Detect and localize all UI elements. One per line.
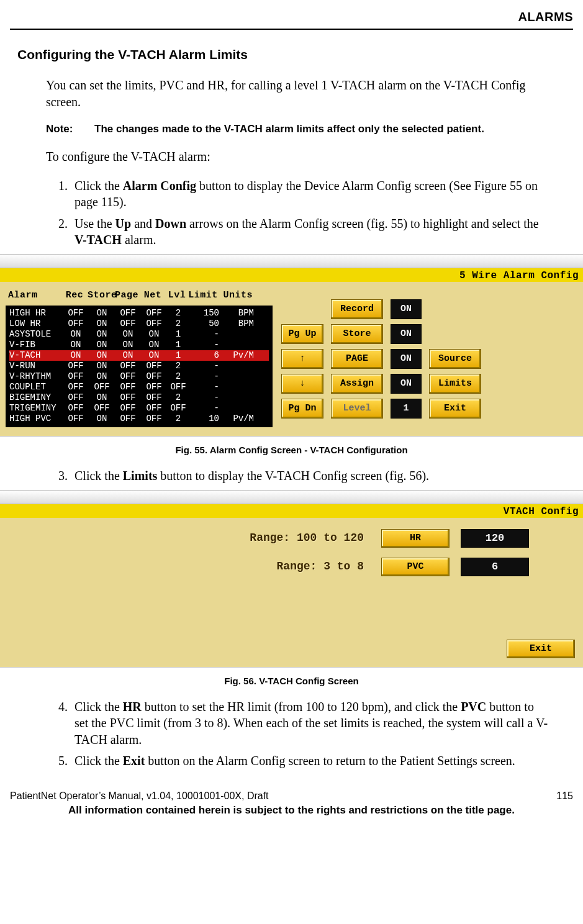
term-hr: HR: [123, 700, 142, 713]
pvc-button[interactable]: PVC: [381, 558, 450, 576]
step-text: button to set the HR limit (from 100 to …: [142, 700, 461, 713]
table-row[interactable]: BIGEMINYOFFONOFFOFF2-: [9, 392, 269, 403]
table-row[interactable]: COUPLETOFFOFFOFFOFFOFF-: [9, 382, 269, 392]
table-row[interactable]: HIGH PVCOFFONOFFOFF210Pv/M: [9, 414, 269, 424]
exit-button[interactable]: Exit: [507, 640, 575, 658]
col-net: Net: [140, 289, 166, 302]
col-units: Units: [222, 289, 253, 302]
step-5: Click the Exit button on the Alarm Confi…: [71, 753, 548, 769]
footer-notice: All information contained herein is subj…: [10, 804, 573, 817]
up-button[interactable]: ↑: [281, 349, 323, 369]
col-rec: Rec: [61, 289, 88, 302]
col-lvl: Lvl: [166, 289, 188, 302]
col-store: Store: [88, 289, 114, 302]
step-text: Click the: [75, 469, 123, 482]
step-text: alarm.: [122, 233, 156, 247]
fig56-caption: Fig. 56. V-TACH Config Screen: [10, 675, 573, 687]
note-text: The changes made to the V-TACH alarm lim…: [94, 122, 484, 136]
step-text: button on the Alarm Config screen to ret…: [145, 754, 515, 768]
table-row[interactable]: ASYSTOLEONONONON1-: [9, 329, 269, 340]
intro-paragraph: You can set the limits, PVC and HR, for …: [46, 77, 548, 110]
term-pvc: PVC: [461, 700, 486, 713]
note-label: Note:: [46, 122, 81, 136]
config-row: Range: 100 to 120HR120: [8, 529, 575, 548]
store-button[interactable]: Store: [331, 324, 383, 344]
limits-button[interactable]: Limits: [429, 374, 481, 394]
step-text: Click the: [75, 179, 123, 192]
hr-button[interactable]: HR: [381, 529, 450, 548]
step-4: Click the HR button to set the HR limit …: [71, 699, 548, 748]
footer-page-number: 115: [556, 789, 573, 802]
window-titlebar: [0, 491, 583, 504]
table-row[interactable]: LOW HROFFONOFFOFF250BPM: [9, 319, 269, 329]
down-button[interactable]: ↓: [281, 374, 323, 394]
level-value: 1: [391, 399, 422, 419]
alarm-table[interactable]: HIGH HROFFONOFFOFF2150BPMLOW HROFFONOFFO…: [6, 306, 273, 427]
step-text: and: [131, 217, 155, 230]
range-label: Range: 100 to 120: [233, 531, 364, 546]
header-rule: [10, 29, 573, 30]
col-alarm: Alarm: [8, 289, 61, 302]
fig55-panel: 5 Wire Alarm Config Alarm Rec Store Page…: [0, 254, 583, 437]
pvc-value: 6: [461, 558, 529, 576]
steps-list-c: Click the HR button to set the HR limit …: [46, 699, 548, 769]
fig55-caption: Fig. 55. Alarm Config Screen - V-TACH Co…: [10, 444, 573, 456]
store-value: ON: [391, 324, 422, 344]
page-value: ON: [391, 349, 422, 369]
step-text: Click the: [75, 754, 123, 768]
steps-list-b: Click the Limits button to display the V…: [46, 468, 548, 484]
table-row[interactable]: V-RUNOFFONOFFOFF2-: [9, 361, 269, 371]
note-block: Note: The changes made to the V-TACH ala…: [46, 122, 548, 136]
range-label: Range: 3 to 8: [233, 559, 364, 574]
fig56-panel: VTACH Config Range: 100 to 120HR120Range…: [0, 490, 583, 668]
assign-button[interactable]: Assign: [331, 374, 383, 394]
pgup-button[interactable]: Pg Up: [281, 324, 323, 344]
lead-paragraph: To configure the V-TACH alarm:: [46, 148, 548, 165]
step-text: Click the: [75, 700, 123, 713]
steps-list-a: Click the Alarm Config button to display…: [46, 178, 548, 248]
table-row[interactable]: V-FIBONONONON1-: [9, 340, 269, 350]
table-row[interactable]: TRIGEMINYOFFOFFOFFOFFOFF-: [9, 403, 269, 414]
page-footer: PatientNet Operator’s Manual, v1.04, 100…: [10, 789, 573, 818]
term-alarm-config: Alarm Config: [123, 179, 196, 192]
term-vtach: V-TACH: [75, 233, 122, 247]
fig56-banner: VTACH Config: [0, 504, 583, 518]
footer-left: PatientNet Operator’s Manual, v1.04, 100…: [10, 789, 269, 802]
term-limits: Limits: [123, 469, 158, 482]
pgdn-button[interactable]: Pg Dn: [281, 399, 323, 419]
col-page: Page: [114, 289, 140, 302]
hr-value: 120: [461, 529, 529, 548]
term-down: Down: [155, 217, 186, 230]
term-exit: Exit: [123, 754, 145, 768]
term-up: Up: [115, 217, 132, 230]
col-limit: Limit: [188, 289, 222, 302]
step-1: Click the Alarm Config button to display…: [71, 178, 548, 211]
level-button[interactable]: Level: [331, 399, 383, 419]
running-head: ALARMS: [10, 9, 573, 25]
section-title: Configuring the V-TACH Alarm Limits: [17, 46, 573, 63]
record-button[interactable]: Record: [331, 299, 383, 319]
table-row[interactable]: V-RHYTHMOFFONOFFOFF2-: [9, 371, 269, 382]
config-row: Range: 3 to 8PVC6: [8, 558, 575, 576]
fig55-banner: 5 Wire Alarm Config: [0, 268, 583, 282]
table-row[interactable]: HIGH HROFFONOFFOFF2150BPM: [9, 308, 269, 319]
control-grid: Record ON Pg Up Store ON ↑ PAGE ON Sourc…: [281, 299, 577, 427]
window-titlebar: [0, 255, 583, 268]
exit-button[interactable]: Exit: [429, 399, 481, 419]
record-value: ON: [391, 299, 422, 319]
alarm-table-header: Alarm Rec Store Page Net Lvl Limit Units: [8, 289, 273, 302]
source-button[interactable]: Source: [429, 349, 481, 369]
step-2: Use the Up and Down arrows on the Alarm …: [71, 215, 548, 248]
assign-value: ON: [391, 374, 422, 394]
table-row[interactable]: V-TACHONONONON16Pv/M: [9, 350, 269, 361]
step-text: button to display the V-TACH Config scre…: [157, 469, 429, 482]
step-text: arrows on the Alarm Config screen (fig. …: [186, 217, 539, 230]
step-3: Click the Limits button to display the V…: [71, 468, 548, 484]
page-button[interactable]: PAGE: [331, 349, 383, 369]
step-text: Use the: [75, 217, 115, 230]
